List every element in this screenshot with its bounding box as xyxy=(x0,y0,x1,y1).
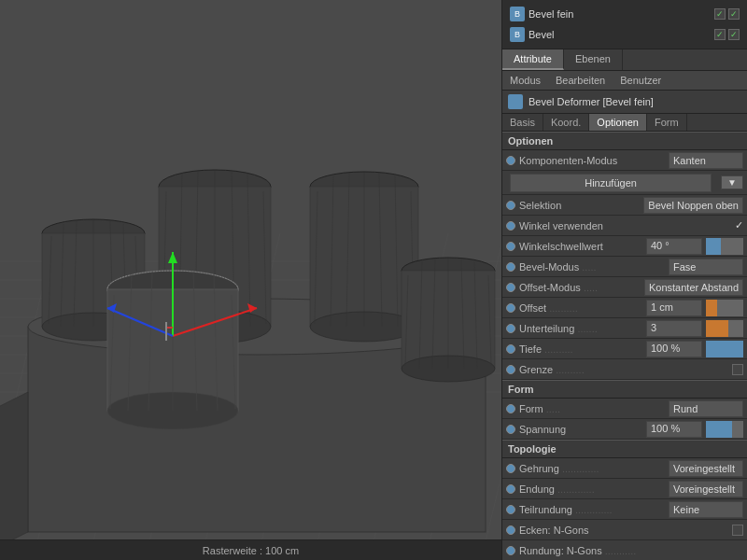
label-gehrung: Gehrung ............. xyxy=(519,463,665,474)
properties-panel: B Bevel fein ✓ ✓ B Bevel ✓ ✓ Attribute E… xyxy=(501,0,747,560)
label-selektion: Selektion xyxy=(519,200,640,211)
prop-tab-optionen[interactable]: Optionen xyxy=(589,114,647,131)
label-ecken: Ecken: N-Gons xyxy=(519,525,728,536)
check3[interactable]: ✓ xyxy=(714,29,726,40)
radio-offset[interactable] xyxy=(506,303,515,313)
row-teilrundung: Teilrundung ............. Keine xyxy=(502,499,747,520)
row-rundung-ngons: Rundung: N-Gons ........... xyxy=(502,540,747,560)
modifier-item-bevel[interactable]: B Bevel ✓ ✓ xyxy=(506,24,743,45)
modifier-item-bevel-fein[interactable]: B Bevel fein ✓ ✓ xyxy=(506,4,743,24)
value-endung[interactable]: Voreingestellt xyxy=(669,481,743,497)
radio-teilrundung[interactable] xyxy=(506,505,515,514)
radio-winkel-verwenden[interactable] xyxy=(506,221,515,231)
radio-endung[interactable] xyxy=(506,484,515,494)
radio-komponenten[interactable] xyxy=(506,156,515,165)
check1[interactable]: ✓ xyxy=(714,8,726,20)
submenu-bar: Modus Bearbeiten Benutzer xyxy=(502,71,747,91)
label-winkelschwellwert: Winkelschwellwert xyxy=(519,241,642,252)
bevel-icon: B xyxy=(510,27,525,42)
input-unterteilung[interactable]: 3 xyxy=(646,320,702,337)
row-ecken-ngons: Ecken: N-Gons xyxy=(502,520,747,540)
value-teilrundung[interactable]: Keine xyxy=(669,501,743,518)
svg-marker-81 xyxy=(0,392,28,539)
slider-tiefe[interactable] xyxy=(706,341,743,357)
value-gehrung[interactable]: Voreingestellt xyxy=(669,460,743,477)
radio-selektion[interactable] xyxy=(506,201,515,210)
row-form: Form ..... Rund xyxy=(502,399,747,419)
main-tabs: Attribute Ebenen xyxy=(502,49,747,71)
tab-attribute[interactable]: Attribute xyxy=(502,49,564,70)
row-endung: Endung ............. Voreingestellt xyxy=(502,479,747,499)
prop-tab-koord[interactable]: Koord. xyxy=(543,114,589,131)
check2[interactable]: ✓ xyxy=(728,8,740,20)
row-bevel-modus: Bevel-Modus ..... Fase xyxy=(502,257,747,277)
radio-ecken[interactable] xyxy=(506,525,515,535)
radio-bevel-modus[interactable] xyxy=(506,262,515,272)
modifier-bevel-label: Bevel xyxy=(529,29,711,40)
label-rundung: Rundung: N-Gons ........... xyxy=(519,545,743,556)
value-offset-modus[interactable]: Konstanter Abstand xyxy=(644,279,743,296)
row-komponenten-modus: Komponenten-Modus Kanten xyxy=(502,150,747,171)
checkbox-ecken[interactable] xyxy=(732,525,743,536)
input-winkelschwellwert[interactable]: 40 ° xyxy=(646,238,702,255)
submenu-modus[interactable]: Modus xyxy=(506,73,544,88)
section-optionen: Optionen xyxy=(502,132,747,150)
row-spannung: Spannung 100 % xyxy=(502,419,747,440)
row-winkel-verwenden: Winkel verwenden ✓ xyxy=(502,216,747,236)
slider-winkelschwellwert[interactable] xyxy=(706,238,743,255)
slider-unterteilung[interactable] xyxy=(706,320,743,337)
value-form[interactable]: Rund xyxy=(669,400,743,417)
viewport: Rasterweite : 100 cm xyxy=(0,0,501,560)
section-topologie: Topologie xyxy=(502,440,747,458)
raster-info: Rasterweite : 100 cm xyxy=(203,545,299,556)
prop-tab-basis[interactable]: Basis xyxy=(502,114,543,131)
value-winkel-verwenden: ✓ xyxy=(735,219,743,231)
label-winkel-verwenden: Winkel verwenden xyxy=(519,220,731,231)
label-offset-modus: Offset-Modus ..... xyxy=(519,282,641,293)
radio-spannung[interactable] xyxy=(506,425,515,434)
row-grenze: Grenze .......... xyxy=(502,359,747,380)
row-hinzufuegen: Hinzufügen ▼ xyxy=(502,171,747,195)
value-selektion[interactable]: Bevel Noppen oben xyxy=(643,197,743,214)
section-form: Form xyxy=(502,380,747,399)
label-offset: Offset .......... xyxy=(519,302,642,314)
modifier-bevel-fein-label: Bevel fein xyxy=(529,8,711,20)
row-winkelschwellwert: Winkelschwellwert 40 ° xyxy=(502,236,747,257)
radio-gehrung[interactable] xyxy=(506,464,515,473)
radio-form[interactable] xyxy=(506,404,515,413)
value-bevel-modus[interactable]: Fase xyxy=(669,259,743,275)
row-tiefe: Tiefe .......... 100 % xyxy=(502,339,747,359)
hinzufuegen-extra[interactable]: ▼ xyxy=(721,175,743,189)
label-komponenten: Komponenten-Modus xyxy=(519,155,665,166)
row-offset: Offset .......... 1 cm xyxy=(502,298,747,318)
radio-rundung[interactable] xyxy=(506,546,515,555)
label-endung: Endung ............. xyxy=(519,483,665,495)
label-tiefe: Tiefe .......... xyxy=(519,343,642,355)
radio-winkelschwellwert[interactable] xyxy=(506,242,515,251)
deformer-icon xyxy=(508,94,523,109)
status-bar: Rasterweite : 100 cm xyxy=(0,539,501,560)
radio-tiefe[interactable] xyxy=(506,344,515,354)
submenu-bearbeiten[interactable]: Bearbeiten xyxy=(552,73,609,88)
radio-grenze[interactable] xyxy=(506,365,515,374)
submenu-benutzer[interactable]: Benutzer xyxy=(616,73,665,88)
modifier-stack: B Bevel fein ✓ ✓ B Bevel ✓ ✓ xyxy=(502,0,747,49)
prop-tabs: Basis Koord. Optionen Form xyxy=(502,114,747,132)
input-offset[interactable]: 1 cm xyxy=(646,300,702,316)
modifier-fein-checks: ✓ ✓ xyxy=(714,8,740,20)
hinzufuegen-button[interactable]: Hinzufügen xyxy=(510,174,712,192)
prop-tab-form[interactable]: Form xyxy=(647,114,687,131)
check4[interactable]: ✓ xyxy=(728,29,740,40)
input-tiefe[interactable]: 100 % xyxy=(646,341,702,357)
input-spannung[interactable]: 100 % xyxy=(646,421,702,438)
bevel-fein-icon: B xyxy=(510,7,525,21)
value-komponenten[interactable]: Kanten xyxy=(669,152,743,169)
slider-offset[interactable] xyxy=(706,300,743,316)
tab-ebenen[interactable]: Ebenen xyxy=(564,49,623,70)
radio-offset-modus[interactable] xyxy=(506,283,515,292)
radio-unterteilung[interactable] xyxy=(506,324,515,333)
checkbox-grenze[interactable] xyxy=(732,364,743,375)
label-grenze: Grenze .......... xyxy=(519,364,728,375)
slider-spannung[interactable] xyxy=(706,421,743,438)
label-teilrundung: Teilrundung ............. xyxy=(519,504,665,515)
